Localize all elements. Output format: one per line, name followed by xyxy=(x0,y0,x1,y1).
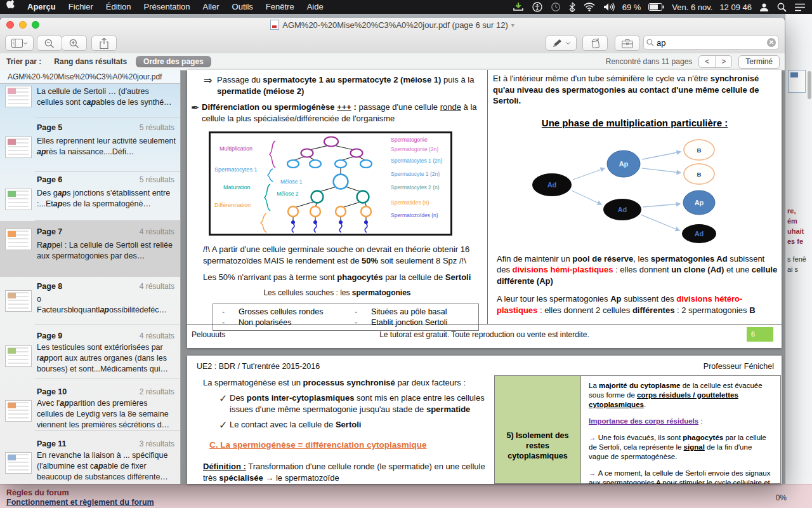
phagocytose-paragraph: Les 50% n'arrivant pas à terme sont phag… xyxy=(203,272,486,283)
result-page-label: Page 11 xyxy=(37,439,67,448)
user-icon[interactable] xyxy=(757,0,771,14)
pdf-page-7[interactable]: UE2 : BDR / Tut'rentrée 2015-2016 Profes… xyxy=(187,356,782,484)
search-result-item[interactable]: Page 102 résultats Avec l'apparition des… xyxy=(0,387,181,431)
download-icon[interactable] xyxy=(511,0,526,14)
spermiogenese-heading: C. La spermiogénèse = différenciation cy… xyxy=(209,440,426,450)
menu-item-aide[interactable]: Aide xyxy=(301,0,330,14)
multiplication-heading: Une phase de multiplication particulière… xyxy=(488,117,782,128)
result-count: 3 résultats xyxy=(140,439,174,448)
background-zoom-level: 0% xyxy=(776,493,787,502)
volume-icon[interactable] xyxy=(601,0,617,14)
search-result-item[interactable]: Page 84 résultats o Facteursbloquantlapo… xyxy=(0,282,181,321)
background-text-fragment: ai s xyxy=(787,265,812,273)
background-text-fragment: ém xyxy=(787,217,812,225)
divider xyxy=(35,378,180,378)
page-thumbnail xyxy=(5,86,32,107)
checkmark-icon: ✓ xyxy=(219,419,230,431)
share-icon xyxy=(100,38,108,49)
zoom-window-button[interactable] xyxy=(32,21,39,29)
close-button[interactable] xyxy=(6,21,14,29)
background-text-fragment: es fe xyxy=(787,237,812,245)
background-thumbnail xyxy=(788,70,806,93)
apple-logo-icon xyxy=(6,0,15,10)
search-results-sidebar: AGM%20-%20Mise%20%C3%A0%20jour.pdf La ce… xyxy=(0,70,181,484)
search-result-item[interactable]: La cellule de Sertoli … (d'autres cellul… xyxy=(0,84,181,117)
menu-time[interactable]: 12 09 46 xyxy=(718,3,753,12)
divider xyxy=(35,324,180,324)
forum-rules-link[interactable]: Fonctionnement et règlement du forum xyxy=(6,498,154,507)
background-window-right-edge: re, ém uhait es fe s fenê ai s xyxy=(785,14,812,484)
svg-text:Maturation: Maturation xyxy=(223,184,251,190)
done-button[interactable]: Terminé xyxy=(738,55,780,69)
ad-ap-diagram: Ad Ap B B Ad Ap Ad xyxy=(523,131,782,246)
rotate-button[interactable] xyxy=(582,36,608,51)
clear-search-icon[interactable]: ✕ xyxy=(767,38,776,47)
accessibility-icon[interactable] xyxy=(530,0,544,14)
title-chevron-icon[interactable]: ▾ xyxy=(511,22,514,29)
divider xyxy=(35,117,180,117)
divider xyxy=(35,171,180,172)
search-result-item[interactable]: Page 113 résultats En revanche la liaiso… xyxy=(0,439,181,484)
menu-item-fichier[interactable]: Fichier xyxy=(62,0,100,14)
dash: - xyxy=(355,307,371,318)
pdf-page-6[interactable]: ⇒ Passage du spermatocyte 1 au spermatoc… xyxy=(187,70,782,348)
result-page-label: Page 8 xyxy=(37,282,62,291)
hetero-plastique-paragraph: A leur tour les spermatogonies Ap subiss… xyxy=(497,293,778,316)
share-button[interactable] xyxy=(91,36,117,51)
zoom-out-button[interactable] xyxy=(37,36,62,51)
result-count: 5 résultats xyxy=(140,175,174,184)
menu-item-edition[interactable]: Édition xyxy=(100,0,138,14)
svg-text:Méiose 2: Méiose 2 xyxy=(277,190,299,197)
result-snippet: La cellule de Sertoli … (d'autres cellul… xyxy=(37,86,176,108)
result-page-label: Page 10 xyxy=(37,387,67,396)
previous-result-button[interactable]: < xyxy=(699,56,716,67)
check-item: ✓ Des ponts inter-cytoplasmiques sont mi… xyxy=(219,392,485,415)
spotlight-icon[interactable] xyxy=(775,0,789,14)
souches-caption: Les cellules souches : les spermatogonie… xyxy=(187,288,487,299)
window-title: AGM%20-%20Mise%20%C3%A0%20jour.pdf (page… xyxy=(282,20,508,30)
document-icon xyxy=(270,20,279,30)
search-result-item[interactable]: Page 65 résultats Des gaps jonctions s'é… xyxy=(0,175,181,220)
menu-item-outils[interactable]: Outils xyxy=(226,0,259,14)
background-scrollbar[interactable] xyxy=(808,71,811,99)
battery-icon[interactable] xyxy=(646,0,666,14)
menu-date[interactable]: Ven. 6 nov. xyxy=(671,3,714,12)
search-field[interactable]: ap ✕ xyxy=(643,36,779,50)
wifi-icon[interactable] xyxy=(582,0,597,14)
hemi-plastique-paragraph: Afin de maintenir un pool de réserve, le… xyxy=(497,253,778,287)
svg-text:Spermatocytes 1: Spermatocytes 1 xyxy=(214,166,258,173)
result-snippet: o Facteursbloquantlapossibilitédeféc… xyxy=(37,294,176,316)
menu-item-presentation[interactable]: Présentation xyxy=(138,0,197,14)
file-group-header: AGM%20-%20Mise%20%C3%A0%20jour.pdf xyxy=(0,70,180,84)
bluetooth-icon[interactable] xyxy=(567,0,577,14)
menu-item-aller[interactable]: Aller xyxy=(197,0,226,14)
markup-toolbox-button[interactable] xyxy=(615,36,640,51)
menu-item-fenetre[interactable]: Fenêtre xyxy=(259,0,301,14)
paragraph: Passage du spermatocyte 1 au spermatocyt… xyxy=(217,74,480,97)
result-snippet: Des gaps jonctions s'établissent entre :… xyxy=(37,188,176,210)
menu-bar: Aperçu Fichier Édition Présentation Alle… xyxy=(0,0,812,14)
footer-notice: Le tutorat est gratuit. Toute reproducti… xyxy=(187,330,782,339)
svg-text:Spermatocytes 2 (n): Spermatocytes 2 (n) xyxy=(391,184,440,190)
page-thumbnail xyxy=(5,345,32,367)
next-result-button[interactable]: > xyxy=(716,56,731,67)
apple-menu[interactable] xyxy=(0,0,21,14)
title-bar[interactable]: AGM%20-%20Mise%20%C3%A0%20jour.pdf (page… xyxy=(0,18,785,32)
paragraph: Des ponts inter-cytoplasmiques sont mis … xyxy=(230,392,485,415)
notification-center-icon[interactable] xyxy=(793,0,807,14)
paragraph: → Une fois évacués, ils sont phagocytés … xyxy=(589,433,773,462)
zoom-in-button[interactable] xyxy=(62,36,87,51)
result-page-label: Page 9 xyxy=(37,331,62,340)
search-result-item[interactable]: Page 94 résultats Les testicules sont ex… xyxy=(0,331,181,377)
view-sidebar-button[interactable] xyxy=(5,36,34,51)
time-machine-icon[interactable] xyxy=(549,0,563,14)
toolbar: ap ✕ xyxy=(0,32,785,53)
sort-rank-option[interactable]: Rang dans résultats xyxy=(54,57,127,66)
search-input[interactable]: ap xyxy=(657,38,767,48)
markup-button[interactable] xyxy=(546,36,577,51)
search-result-item-selected[interactable]: Page 74 résultats Rappel : La cellule de… xyxy=(0,221,181,277)
search-result-item[interactable]: Page 55 résultats Elles reprennent leur … xyxy=(0,123,181,168)
minimize-button[interactable] xyxy=(19,21,27,29)
menu-item-apercu[interactable]: Aperçu xyxy=(21,0,62,14)
sort-page-order-option[interactable]: Ordre des pages xyxy=(136,56,211,67)
